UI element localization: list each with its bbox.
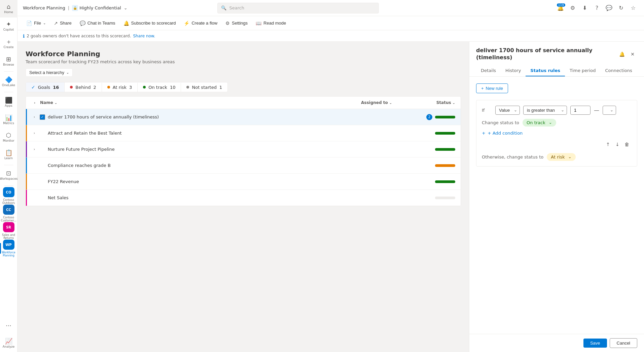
- filter-goals[interactable]: ✓ Goals 16: [26, 82, 65, 92]
- goal-expand-2[interactable]: ›: [31, 130, 38, 137]
- feedback-button[interactable]: 💬: [604, 3, 614, 13]
- nav-sales[interactable]: SR Sales and Returns: [0, 222, 17, 240]
- name-sort-icon[interactable]: ⌄: [55, 101, 57, 105]
- filter-at-risk[interactable]: At risk 3: [102, 83, 138, 92]
- nav-workspace-icon-customer: CC: [3, 205, 14, 215]
- chat-in-teams-button[interactable]: 💬 Chat in Teams: [76, 19, 119, 27]
- value-select[interactable]: Value: [495, 106, 520, 115]
- share-button[interactable]: ↗ Share: [50, 19, 75, 27]
- nav-browse[interactable]: ⊞ Browse: [0, 52, 17, 70]
- threshold-input[interactable]: [570, 106, 591, 115]
- search-placeholder: Search: [229, 5, 244, 10]
- panel-bell-button[interactable]: 🔔: [617, 49, 627, 59]
- analyze-icon: 📈: [5, 338, 12, 344]
- subscribe-button[interactable]: 🔔 Subscribe to scorecard: [120, 19, 179, 27]
- filter-at-risk-count: 3: [129, 85, 132, 90]
- goal-comment-badge-1[interactable]: 2: [426, 114, 432, 120]
- refresh-button[interactable]: ↻: [616, 3, 627, 13]
- filter-not-started-count: 1: [219, 85, 222, 90]
- otherwise-row: Otherwise, change status to At risk ⌄: [482, 153, 632, 161]
- filter-not-started[interactable]: Not started 1: [181, 83, 227, 92]
- tab-status-rules-label: Status rules: [530, 68, 560, 73]
- goal-expand-1[interactable]: ›: [31, 114, 38, 120]
- share-icon: ↗: [54, 21, 58, 26]
- nav-more[interactable]: ···: [0, 317, 17, 335]
- search-bar[interactable]: 🔍 Search: [217, 3, 379, 13]
- nav-workforce[interactable]: WP Workforce Planning: [0, 240, 17, 257]
- settings-button[interactable]: ⚙: [567, 3, 578, 13]
- assigned-sort-icon[interactable]: ⌄: [389, 101, 392, 105]
- nav-contoso-customer[interactable]: CC Contoso Customer...: [0, 205, 17, 222]
- nav-workspace-icon-outdoors: CO: [3, 187, 14, 197]
- at-risk-badge[interactable]: At risk ⌄: [547, 153, 575, 161]
- settings-toolbar-button[interactable]: ⚙ Settings: [222, 19, 251, 27]
- nav-home[interactable]: ⌂ Home: [0, 0, 17, 17]
- table-row[interactable]: › FY22 Revenue: [26, 174, 461, 190]
- share-now-link[interactable]: Share now.: [133, 34, 155, 38]
- rule-delete-button[interactable]: 🗑: [622, 140, 632, 149]
- help-icon: ?: [596, 5, 599, 11]
- status-sort-icon[interactable]: ⌄: [453, 101, 455, 105]
- more-icon: ···: [6, 323, 11, 329]
- panel-close-button[interactable]: ✕: [628, 49, 637, 59]
- table-row[interactable]: › Net Sales: [26, 190, 461, 206]
- hierarchy-label: Select a hierarchy: [29, 70, 64, 75]
- nav-contoso-outdoors[interactable]: CO Contoso Outdoors: [0, 187, 17, 205]
- goal-checkbox-1[interactable]: ✓: [40, 114, 45, 120]
- nav-workspace-icon-workforce: WP: [3, 240, 14, 250]
- nav-onelake[interactable]: 🔷 OneLake: [0, 73, 17, 91]
- notifications-button[interactable]: 🔔 119: [555, 3, 566, 13]
- nav-learn[interactable]: 📋 Learn: [0, 146, 17, 164]
- table-row[interactable]: › Compliance reaches grade B: [26, 157, 461, 174]
- cancel-button[interactable]: Cancel: [610, 338, 637, 348]
- breadcrumb-chevron[interactable]: ⌄: [124, 5, 128, 10]
- download-button[interactable]: ⬇: [579, 3, 590, 13]
- nav-workspaces[interactable]: ⊡ Workspaces: [0, 167, 17, 184]
- toolbar: 📄 File ⌄ ↗ Share 💬 Chat in Teams 🔔 Subsc…: [17, 16, 644, 30]
- tab-history[interactable]: History: [501, 65, 526, 76]
- nav-create-label: Create: [4, 45, 14, 49]
- nav-copilot[interactable]: ✦ Copilot: [0, 17, 17, 35]
- create-flow-button[interactable]: ⚡ Create a flow: [180, 19, 221, 27]
- rule-up-button[interactable]: ↑: [603, 140, 613, 149]
- nav-monitor[interactable]: ⬡ Monitor: [0, 129, 17, 146]
- filter-on-track-count: 10: [170, 85, 176, 90]
- scorecard-area: Workforce Planning Team scorecard for tr…: [17, 42, 469, 352]
- threshold-end-select[interactable]: [603, 106, 616, 115]
- goal-name-5: FY22 Revenue: [48, 179, 435, 184]
- nav-create[interactable]: ＋ Create: [0, 35, 17, 52]
- nav-metrics[interactable]: 📊 Metrics: [0, 111, 17, 129]
- nav-apps[interactable]: ⬛ Apps: [0, 94, 17, 111]
- help-button[interactable]: ?: [592, 3, 602, 13]
- on-track-badge[interactable]: On track ⌄: [523, 119, 556, 127]
- save-button[interactable]: Save: [583, 339, 607, 348]
- nav-analyze[interactable]: 📈 Analyze: [0, 335, 17, 352]
- tab-status-rules[interactable]: Status rules: [526, 65, 565, 76]
- nav-metrics-label: Metrics: [3, 121, 14, 125]
- settings-toolbar-icon: ⚙: [225, 21, 230, 26]
- panel-title: deliver 1700 hours of service annually (…: [476, 47, 617, 61]
- hierarchy-button[interactable]: Select a hierarchy ⌄: [26, 68, 73, 77]
- table-row[interactable]: › ✓ deliver 1700 hours of service annual…: [26, 109, 461, 125]
- nav-separator-3: [4, 165, 13, 165]
- filter-behind[interactable]: Behind 2: [65, 83, 102, 92]
- tab-connections[interactable]: Connections: [600, 65, 637, 76]
- table-row[interactable]: › Attract and Retain the Best Talent: [26, 125, 461, 141]
- tab-time-period[interactable]: Time period: [565, 65, 600, 76]
- read-mode-button[interactable]: 📖 Read mode: [252, 19, 289, 27]
- filter-not-started-label: Not started: [192, 85, 216, 90]
- info-bar: ℹ 2 goals owners don't have access to th…: [17, 30, 644, 42]
- expand-all[interactable]: ›: [31, 99, 38, 106]
- rule-down-button[interactable]: ↓: [613, 140, 622, 149]
- tab-details[interactable]: Details: [476, 65, 501, 76]
- goal-expand-3[interactable]: ›: [31, 146, 38, 153]
- add-condition-button[interactable]: + + Add condition: [482, 129, 523, 137]
- table-row[interactable]: › Nurture Future Project Pipeline: [26, 141, 461, 157]
- condition-select[interactable]: is greater than is less than is equal to: [523, 106, 567, 115]
- favorite-button[interactable]: ☆: [628, 3, 639, 13]
- read-mode-label: Read mode: [263, 21, 286, 26]
- new-rule-button[interactable]: + New rule: [476, 83, 508, 93]
- file-button[interactable]: 📄 File ⌄: [23, 19, 49, 27]
- filter-on-track[interactable]: On track 10: [138, 83, 181, 92]
- goal-status-bar-4: [435, 164, 455, 167]
